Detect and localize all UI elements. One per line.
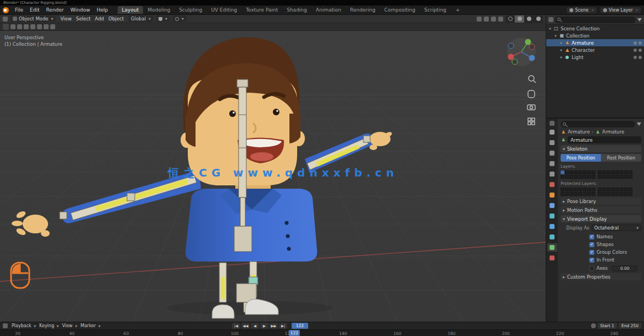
menu-render[interactable]: Render <box>43 7 67 13</box>
playback-button-0[interactable]: |◀ <box>232 323 240 329</box>
outliner-row-light[interactable]: ▼●Light <box>546 54 644 61</box>
layer-cell[interactable] <box>565 188 569 191</box>
layer-cell[interactable] <box>620 192 624 196</box>
add-workspace-button[interactable]: + <box>451 6 464 14</box>
expand-caret-icon[interactable]: ▼ <box>559 41 563 45</box>
scale-tool-icon[interactable] <box>37 24 42 29</box>
layer-cell[interactable] <box>574 192 578 196</box>
cursor-tool-icon[interactable] <box>17 24 22 29</box>
active-tool-icon[interactable] <box>3 24 9 30</box>
annotate-tool-icon[interactable] <box>50 24 55 29</box>
move-tool-icon[interactable] <box>24 24 29 29</box>
outliner-search-input[interactable] <box>555 17 636 23</box>
layer-cell[interactable] <box>629 170 632 174</box>
transform-tool-icon[interactable] <box>44 24 49 29</box>
layer-cell[interactable] <box>574 170 578 174</box>
playback-button-1[interactable]: ◀◀ <box>241 323 250 329</box>
display-as-dropdown[interactable]: Octahedral ▼ <box>592 225 641 231</box>
layer-cell[interactable] <box>565 170 569 174</box>
panel-motion-paths[interactable]: ▶Motion Paths <box>561 206 641 214</box>
viewport-menu-object[interactable]: Object <box>106 16 126 22</box>
layer-cell[interactable] <box>592 192 595 196</box>
layer-cell[interactable] <box>592 175 595 179</box>
layer-cell[interactable] <box>611 170 615 174</box>
workspace-tab-texture-paint[interactable]: Texture Paint <box>241 6 282 14</box>
menu-edit[interactable]: Edit <box>27 7 43 13</box>
disable-render-icon[interactable] <box>638 56 642 59</box>
names-checkbox[interactable]: ✓ <box>589 234 594 239</box>
properties-tab-output[interactable] <box>547 149 557 157</box>
properties-tab-tool[interactable] <box>547 128 557 136</box>
menu-window[interactable]: Window <box>67 7 94 13</box>
snap-toggle[interactable]: ▼ <box>156 15 170 22</box>
hide-viewport-icon[interactable] <box>634 41 637 45</box>
layer-cell[interactable] <box>574 188 578 191</box>
panel-custom-properties[interactable]: ▶Custom Properties <box>561 273 641 280</box>
layer-cell[interactable] <box>606 192 610 196</box>
timeline-ruler[interactable]: 20406080100120140160180200220240122 <box>0 329 644 336</box>
outliner-editor-icon[interactable] <box>548 17 553 22</box>
start-frame-field[interactable]: Start 1 <box>598 323 617 329</box>
in-front-checkbox[interactable]: ✓ <box>589 258 594 263</box>
view-layer-close-icon[interactable]: × <box>636 8 638 12</box>
expand-caret-icon[interactable]: ▼ <box>559 56 563 59</box>
scene-selector[interactable]: Scene × <box>566 7 597 14</box>
layer-cell[interactable] <box>569 188 573 191</box>
properties-tab-modifiers[interactable] <box>547 201 557 210</box>
expand-caret-icon[interactable]: ▼ <box>554 34 557 38</box>
layer-cell[interactable] <box>620 188 624 191</box>
hide-viewport-icon[interactable] <box>634 56 637 59</box>
viewport-menu-select[interactable]: Select <box>74 16 93 22</box>
workspace-tab-uv-editing[interactable]: UV Editing <box>207 6 241 14</box>
viewport-menu-view[interactable]: View <box>58 16 73 22</box>
select-box-icon[interactable] <box>10 24 15 29</box>
workspace-tab-compositing[interactable]: Compositing <box>380 6 420 14</box>
layer-cell[interactable] <box>583 192 587 196</box>
visibility-dropdown-icon[interactable] <box>477 17 482 22</box>
properties-tab-scene[interactable] <box>547 170 557 178</box>
properties-tab-material[interactable] <box>547 254 557 262</box>
workspace-tab-animation[interactable]: Animation <box>312 6 346 14</box>
layer-cell[interactable] <box>606 175 610 179</box>
layer-cell[interactable] <box>578 192 582 196</box>
shading-material[interactable] <box>524 15 534 23</box>
workspace-tab-shading[interactable]: Shading <box>282 6 312 14</box>
layer-cell[interactable] <box>606 170 610 174</box>
layer-cell[interactable] <box>620 170 624 174</box>
overlays-toggle-icon[interactable] <box>491 17 496 22</box>
gizmos-toggle-icon[interactable] <box>484 17 489 22</box>
view-layer-selector[interactable]: View Layer × <box>600 7 641 14</box>
breadcrumb-data[interactable]: Armature <box>602 129 624 135</box>
layer-cell[interactable] <box>565 175 569 179</box>
expand-caret-icon[interactable]: ▼ <box>559 49 563 52</box>
xray-toggle-icon[interactable] <box>498 17 503 22</box>
data-name-field[interactable]: Armature <box>568 136 641 143</box>
layer-cell[interactable] <box>602 192 606 196</box>
layer-cell[interactable] <box>615 188 619 191</box>
layer-cell[interactable] <box>578 175 582 179</box>
group-colors-checkbox[interactable]: ✓ <box>589 250 594 255</box>
outliner-row-character[interactable]: ▼▲Character <box>546 46 644 54</box>
panel-pose-library[interactable]: ▶Pose Library <box>561 198 641 205</box>
expand-caret-icon[interactable]: ▼ <box>548 27 552 30</box>
properties-tab-particles[interactable] <box>547 212 557 220</box>
playback-button-2[interactable]: ◀ <box>251 323 259 329</box>
layer-cell[interactable] <box>629 192 632 196</box>
playback-button-4[interactable]: ▶▶ <box>270 323 278 329</box>
shapes-checkbox[interactable]: ✓ <box>589 242 594 247</box>
editor-type-icon[interactable] <box>3 17 8 22</box>
disable-render-icon[interactable] <box>638 49 642 52</box>
layer-cell[interactable] <box>583 175 587 179</box>
shading-rendered[interactable] <box>534 15 543 23</box>
axes-checkbox[interactable] <box>589 266 594 271</box>
pose-position-button[interactable]: Pose Position <box>561 154 601 162</box>
timeline-editor-icon[interactable] <box>3 323 8 328</box>
layer-cell[interactable] <box>624 175 628 179</box>
breadcrumb-object[interactable]: Armature <box>568 129 590 135</box>
timeline-menu-view[interactable]: View ▼ <box>60 323 78 328</box>
layer-cell[interactable] <box>598 188 601 191</box>
layer-cell[interactable] <box>602 188 606 191</box>
layer-cell[interactable] <box>598 175 601 179</box>
end-frame-field[interactable]: End 250 <box>619 323 641 329</box>
panel-skeleton[interactable]: ▼ Skeleton <box>561 145 641 152</box>
